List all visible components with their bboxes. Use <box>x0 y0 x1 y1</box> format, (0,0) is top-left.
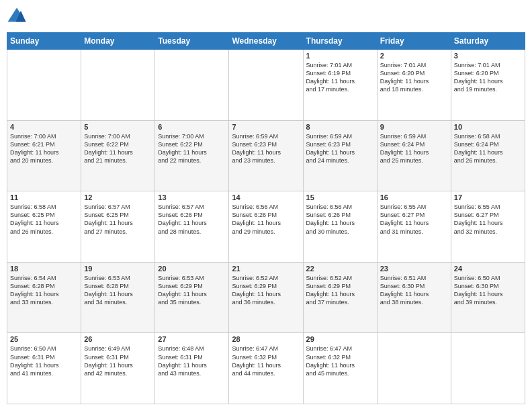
calendar-cell: 3Sunrise: 7:01 AM Sunset: 6:20 PM Daylig… <box>451 50 525 121</box>
calendar-cell: 13Sunrise: 6:57 AM Sunset: 6:26 PM Dayli… <box>155 191 229 263</box>
cell-content: Sunrise: 6:58 AM Sunset: 6:25 PM Dayligh… <box>10 203 78 236</box>
day-number: 9 <box>380 123 448 131</box>
day-number: 25 <box>10 335 78 343</box>
day-number: 16 <box>380 193 448 201</box>
calendar-cell: 7Sunrise: 6:59 AM Sunset: 6:23 PM Daylig… <box>229 120 303 191</box>
cell-content: Sunrise: 6:53 AM Sunset: 6:28 PM Dayligh… <box>84 274 152 307</box>
calendar-cell: 1Sunrise: 7:01 AM Sunset: 6:19 PM Daylig… <box>303 50 377 121</box>
day-of-week-header: Monday <box>81 33 155 50</box>
cell-content: Sunrise: 7:01 AM Sunset: 6:19 PM Dayligh… <box>306 61 374 94</box>
day-number: 4 <box>10 123 78 131</box>
calendar-cell: 19Sunrise: 6:53 AM Sunset: 6:28 PM Dayli… <box>81 262 155 333</box>
calendar-cell: 18Sunrise: 6:54 AM Sunset: 6:28 PM Dayli… <box>7 262 81 333</box>
cell-content: Sunrise: 7:01 AM Sunset: 6:20 PM Dayligh… <box>454 61 522 94</box>
day-number: 21 <box>232 265 300 273</box>
day-number: 19 <box>84 265 152 273</box>
calendar-cell: 17Sunrise: 6:55 AM Sunset: 6:27 PM Dayli… <box>451 191 525 263</box>
day-number: 24 <box>454 265 522 273</box>
cell-content: Sunrise: 6:56 AM Sunset: 6:26 PM Dayligh… <box>232 203 300 236</box>
day-number: 14 <box>232 193 300 201</box>
calendar-cell: 26Sunrise: 6:49 AM Sunset: 6:31 PM Dayli… <box>81 333 155 404</box>
day-of-week-header: Saturday <box>451 33 525 50</box>
cell-content: Sunrise: 6:50 AM Sunset: 6:30 PM Dayligh… <box>454 274 522 307</box>
cell-content: Sunrise: 6:47 AM Sunset: 6:32 PM Dayligh… <box>306 345 374 377</box>
calendar-cell: 2Sunrise: 7:01 AM Sunset: 6:20 PM Daylig… <box>377 50 451 121</box>
calendar-week-row: 1Sunrise: 7:01 AM Sunset: 6:19 PM Daylig… <box>7 50 525 121</box>
day-of-week-header: Friday <box>377 33 451 50</box>
cell-content: Sunrise: 6:52 AM Sunset: 6:29 PM Dayligh… <box>232 274 300 307</box>
calendar-cell: 11Sunrise: 6:58 AM Sunset: 6:25 PM Dayli… <box>7 191 81 263</box>
page: SundayMondayTuesdayWednesdayThursdayFrid… <box>0 0 532 411</box>
cell-content: Sunrise: 6:52 AM Sunset: 6:29 PM Dayligh… <box>306 274 374 307</box>
calendar-cell: 4Sunrise: 7:00 AM Sunset: 6:21 PM Daylig… <box>7 120 81 191</box>
calendar-cell: 27Sunrise: 6:48 AM Sunset: 6:31 PM Dayli… <box>155 333 229 404</box>
cell-content: Sunrise: 6:59 AM Sunset: 6:24 PM Dayligh… <box>380 132 448 165</box>
day-of-week-header: Tuesday <box>155 33 229 50</box>
calendar-week-row: 18Sunrise: 6:54 AM Sunset: 6:28 PM Dayli… <box>7 262 525 333</box>
day-number: 13 <box>158 193 226 201</box>
cell-content: Sunrise: 6:57 AM Sunset: 6:25 PM Dayligh… <box>84 203 152 236</box>
cell-content: Sunrise: 7:00 AM Sunset: 6:21 PM Dayligh… <box>10 132 78 165</box>
calendar-cell: 9Sunrise: 6:59 AM Sunset: 6:24 PM Daylig… <box>377 120 451 191</box>
cell-content: Sunrise: 6:47 AM Sunset: 6:32 PM Dayligh… <box>232 345 300 377</box>
day-number: 29 <box>306 335 374 343</box>
cell-content: Sunrise: 6:51 AM Sunset: 6:30 PM Dayligh… <box>380 274 448 307</box>
calendar-cell: 14Sunrise: 6:56 AM Sunset: 6:26 PM Dayli… <box>229 191 303 263</box>
calendar-cell: 24Sunrise: 6:50 AM Sunset: 6:30 PM Dayli… <box>451 262 525 333</box>
day-of-week-header: Thursday <box>303 33 377 50</box>
calendar-cell: 20Sunrise: 6:53 AM Sunset: 6:29 PM Dayli… <box>155 262 229 333</box>
day-number: 2 <box>380 52 448 60</box>
header <box>7 7 525 27</box>
cell-content: Sunrise: 6:55 AM Sunset: 6:27 PM Dayligh… <box>380 203 448 236</box>
logo <box>7 7 30 27</box>
day-number: 7 <box>232 123 300 131</box>
calendar-week-row: 25Sunrise: 6:50 AM Sunset: 6:31 PM Dayli… <box>7 333 525 404</box>
calendar-cell <box>81 50 155 121</box>
cell-content: Sunrise: 6:49 AM Sunset: 6:31 PM Dayligh… <box>84 345 152 377</box>
day-number: 27 <box>158 335 226 343</box>
day-number: 3 <box>454 52 522 60</box>
calendar-table: SundayMondayTuesdayWednesdayThursdayFrid… <box>7 32 525 404</box>
calendar-cell <box>377 333 451 404</box>
calendar-cell: 12Sunrise: 6:57 AM Sunset: 6:25 PM Dayli… <box>81 191 155 263</box>
calendar-cell: 6Sunrise: 7:00 AM Sunset: 6:22 PM Daylig… <box>155 120 229 191</box>
calendar-cell: 22Sunrise: 6:52 AM Sunset: 6:29 PM Dayli… <box>303 262 377 333</box>
cell-content: Sunrise: 6:50 AM Sunset: 6:31 PM Dayligh… <box>10 345 78 377</box>
day-number: 6 <box>158 123 226 131</box>
calendar-cell: 8Sunrise: 6:59 AM Sunset: 6:23 PM Daylig… <box>303 120 377 191</box>
day-of-week-header: Sunday <box>7 33 81 50</box>
calendar-cell <box>229 50 303 121</box>
calendar-cell: 10Sunrise: 6:58 AM Sunset: 6:24 PM Dayli… <box>451 120 525 191</box>
calendar-cell: 29Sunrise: 6:47 AM Sunset: 6:32 PM Dayli… <box>303 333 377 404</box>
cell-content: Sunrise: 6:53 AM Sunset: 6:29 PM Dayligh… <box>158 274 226 307</box>
day-of-week-header: Wednesday <box>229 33 303 50</box>
day-number: 26 <box>84 335 152 343</box>
cell-content: Sunrise: 6:54 AM Sunset: 6:28 PM Dayligh… <box>10 274 78 307</box>
cell-content: Sunrise: 6:57 AM Sunset: 6:26 PM Dayligh… <box>158 203 226 236</box>
calendar-week-row: 11Sunrise: 6:58 AM Sunset: 6:25 PM Dayli… <box>7 191 525 263</box>
day-number: 12 <box>84 193 152 201</box>
calendar-week-row: 4Sunrise: 7:00 AM Sunset: 6:21 PM Daylig… <box>7 120 525 191</box>
calendar-cell <box>451 333 525 404</box>
calendar-body: 1Sunrise: 7:01 AM Sunset: 6:19 PM Daylig… <box>7 50 525 404</box>
day-number: 15 <box>306 193 374 201</box>
cell-content: Sunrise: 6:59 AM Sunset: 6:23 PM Dayligh… <box>232 132 300 165</box>
cell-content: Sunrise: 6:59 AM Sunset: 6:23 PM Dayligh… <box>306 132 374 165</box>
cell-content: Sunrise: 7:00 AM Sunset: 6:22 PM Dayligh… <box>84 132 152 165</box>
calendar-header: SundayMondayTuesdayWednesdayThursdayFrid… <box>7 33 525 50</box>
day-number: 23 <box>380 265 448 273</box>
calendar-cell: 15Sunrise: 6:56 AM Sunset: 6:26 PM Dayli… <box>303 191 377 263</box>
cell-content: Sunrise: 6:48 AM Sunset: 6:31 PM Dayligh… <box>158 345 226 377</box>
day-number: 22 <box>306 265 374 273</box>
cell-content: Sunrise: 6:55 AM Sunset: 6:27 PM Dayligh… <box>454 203 522 236</box>
calendar-cell <box>7 50 81 121</box>
day-number: 11 <box>10 193 78 201</box>
calendar-cell: 28Sunrise: 6:47 AM Sunset: 6:32 PM Dayli… <box>229 333 303 404</box>
day-number: 20 <box>158 265 226 273</box>
cell-content: Sunrise: 7:01 AM Sunset: 6:20 PM Dayligh… <box>380 61 448 94</box>
day-number: 1 <box>306 52 374 60</box>
cell-content: Sunrise: 6:56 AM Sunset: 6:26 PM Dayligh… <box>306 203 374 236</box>
cell-content: Sunrise: 7:00 AM Sunset: 6:22 PM Dayligh… <box>158 132 226 165</box>
day-number: 18 <box>10 265 78 273</box>
calendar-cell: 25Sunrise: 6:50 AM Sunset: 6:31 PM Dayli… <box>7 333 81 404</box>
